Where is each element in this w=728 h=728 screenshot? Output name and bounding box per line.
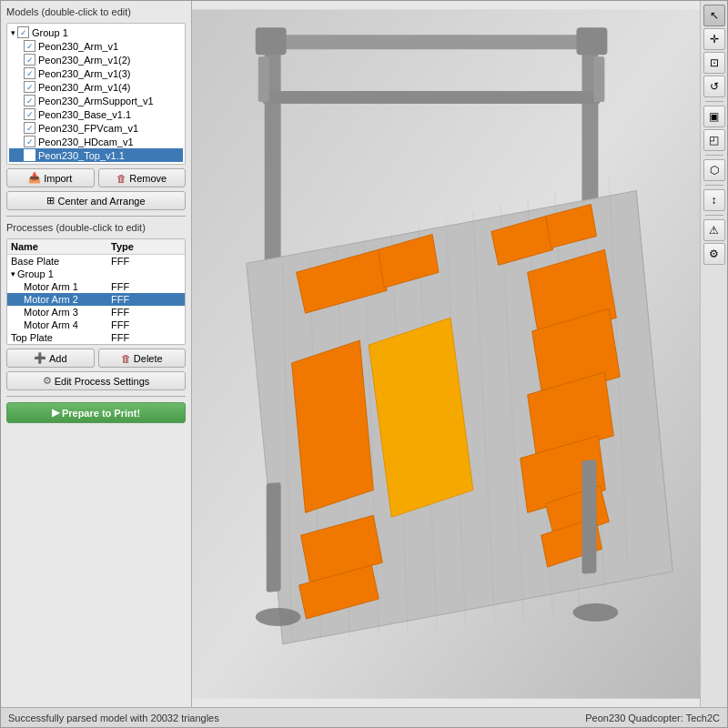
toolbar-tool-cube_3d[interactable]: ⬡ xyxy=(703,159,725,181)
svg-rect-61 xyxy=(593,56,604,102)
add-icon: ➕ xyxy=(34,352,46,364)
toolbar-tool-rotate_view[interactable]: ↺ xyxy=(703,76,725,97)
process-row-motorarm2[interactable]: Motor Arm 2FFF xyxy=(7,293,185,306)
tree-item-label: Group 1 xyxy=(32,27,68,38)
checkbox-icon[interactable]: ✓ xyxy=(24,54,35,66)
svg-rect-56 xyxy=(267,482,281,592)
tree-item-label: Peon230_HDcam_v1 xyxy=(38,136,134,147)
toolbar-tool-settings2[interactable]: ⚙ xyxy=(703,243,725,265)
checkbox-icon[interactable]: ✓ xyxy=(24,136,35,147)
process-row-motorarm3[interactable]: Motor Arm 3FFF xyxy=(7,306,185,318)
import-icon: 📥 xyxy=(28,172,41,184)
process-row-motorarm1[interactable]: Motor Arm 1FFF xyxy=(7,280,185,293)
divider-2 xyxy=(6,396,186,397)
models-tree-item-top[interactable]: ✓Peon230_Top_v1.1 xyxy=(9,148,183,162)
svg-rect-3 xyxy=(260,35,603,49)
models-tree-item-armsupport[interactable]: ✓Peon230_ArmSupport_v1 xyxy=(9,94,183,107)
process-name: Top Plate xyxy=(11,332,53,343)
checkbox-icon[interactable]: ✓ xyxy=(24,95,35,106)
tree-item-label: Peon230_FPVcam_v1 xyxy=(38,123,138,134)
status-right: Peon230 Quadcopter: Tech2C xyxy=(585,713,720,723)
group-checkbox-icon[interactable]: ✓ xyxy=(17,26,29,38)
tree-item-label: Peon230_Arm_v1(2) xyxy=(38,55,131,66)
viewport[interactable] xyxy=(192,1,700,707)
edit-process-settings-button[interactable]: ⚙ Edit Process Settings xyxy=(6,371,186,390)
process-name: Motor Arm 1 xyxy=(24,281,78,292)
models-tree-item-hdcam[interactable]: ✓Peon230_HDcam_v1 xyxy=(9,135,183,148)
3d-scene xyxy=(192,1,700,707)
models-tree: ▾✓Group 1✓Peon230_Arm_v1✓Peon230_Arm_v1(… xyxy=(6,23,186,165)
processes-rows: Base PlateFFF▾Group 1Motor Arm 1FFFMotor… xyxy=(7,255,185,344)
tree-item-label: Peon230_Arm_v1(4) xyxy=(38,82,131,93)
tree-item-label: Peon230_Arm_v1(3) xyxy=(38,68,131,79)
models-tree-item-fpv[interactable]: ✓Peon230_FPVcam_v1 xyxy=(9,121,183,135)
process-type: FFF xyxy=(111,294,181,305)
svg-point-58 xyxy=(256,608,301,626)
process-name: Motor Arm 4 xyxy=(24,319,78,330)
svg-marker-43 xyxy=(292,340,374,512)
toolbar-separator xyxy=(705,101,723,102)
models-tree-item-base[interactable]: ✓Peon230_Base_v1.1 xyxy=(9,107,183,121)
settings-icon: ⚙ xyxy=(43,375,52,387)
prepare-to-print-button[interactable]: ▶ Prepare to Print! xyxy=(6,402,186,423)
toolbar-tool-warning[interactable]: ⚠ xyxy=(703,219,725,241)
group-arrow-icon: ▾ xyxy=(11,269,15,278)
divider-1 xyxy=(6,216,186,217)
tree-item-label: Peon230_Arm_v1 xyxy=(38,41,118,52)
models-tree-item-arm4[interactable]: ✓Peon230_Arm_v1(4) xyxy=(9,80,183,94)
process-name: Motor Arm 2 xyxy=(24,294,78,305)
delete-process-button[interactable]: 🗑 Delete xyxy=(98,349,187,368)
arrow-icon: ▾ xyxy=(11,28,15,37)
tree-item-label: Peon230_Top_v1.1 xyxy=(38,150,125,161)
process-type: FFF xyxy=(111,332,181,343)
right-toolbar: ↖✛⊡↺▣◰⬡↕⚠⚙ xyxy=(700,1,727,707)
import-button[interactable]: 📥 Import xyxy=(6,168,95,187)
process-type: FFF xyxy=(111,319,181,330)
checkbox-icon[interactable]: ✓ xyxy=(24,81,35,93)
svg-point-59 xyxy=(573,603,619,622)
svg-rect-4 xyxy=(256,27,287,55)
process-row-baseplate[interactable]: Base PlateFFF xyxy=(7,255,185,268)
tree-item-label: Peon230_ArmSupport_v1 xyxy=(38,96,154,106)
toolbar-tool-move[interactable]: ✛ xyxy=(703,28,725,50)
checkbox-icon[interactable]: ✓ xyxy=(24,67,35,79)
app-container: Models (double-click to edit) ▾✓Group 1✓… xyxy=(0,0,728,728)
process-row-topplate[interactable]: Top PlateFFF xyxy=(7,331,185,344)
process-name: Group 1 xyxy=(17,268,54,279)
toolbar-tool-cube_full[interactable]: ▣ xyxy=(703,106,725,127)
main-area: Models (double-click to edit) ▾✓Group 1✓… xyxy=(1,1,727,707)
processes-table: Name Type Base PlateFFF▾Group 1Motor Arm… xyxy=(6,238,186,345)
svg-rect-57 xyxy=(581,460,596,573)
checkbox-icon[interactable]: ✓ xyxy=(24,40,35,52)
col-type-header: Type xyxy=(111,241,181,252)
toolbar-separator xyxy=(705,155,723,156)
processes-btn-row: ➕ Add 🗑 Delete xyxy=(6,349,186,368)
process-name: Base Plate xyxy=(11,256,59,267)
checkbox-icon[interactable]: ✓ xyxy=(24,122,35,134)
add-process-button[interactable]: ➕ Add xyxy=(6,349,95,368)
left-panel: Models (double-click to edit) ▾✓Group 1✓… xyxy=(1,1,192,707)
remove-icon: 🗑 xyxy=(116,173,126,184)
remove-button[interactable]: 🗑 Remove xyxy=(98,168,187,187)
toolbar-tool-axis[interactable]: ↕ xyxy=(703,189,725,211)
process-name: Motor Arm 3 xyxy=(24,307,78,318)
checkbox-icon[interactable]: ✓ xyxy=(24,108,35,120)
process-type: FFF xyxy=(111,307,181,318)
prepare-icon: ▶ xyxy=(52,407,59,419)
models-tree-item-arm2[interactable]: ✓Peon230_Arm_v1(2) xyxy=(9,53,183,66)
process-row-grp1[interactable]: ▾Group 1 xyxy=(7,268,185,280)
svg-rect-6 xyxy=(263,91,601,104)
toolbar-tool-cube_corner[interactable]: ◰ xyxy=(703,129,725,151)
svg-rect-5 xyxy=(576,27,607,55)
toolbar-separator xyxy=(705,185,723,186)
process-type: FFF xyxy=(111,256,181,267)
status-bar: Successfully parsed model with 20032 tri… xyxy=(1,707,727,727)
models-tree-item-arm3[interactable]: ✓Peon230_Arm_v1(3) xyxy=(9,66,183,80)
models-tree-item-arm1[interactable]: ✓Peon230_Arm_v1 xyxy=(9,39,183,53)
toolbar-tool-view[interactable]: ⊡ xyxy=(703,52,725,74)
process-row-motorarm4[interactable]: Motor Arm 4FFF xyxy=(7,318,185,331)
models-tree-item-group1[interactable]: ▾✓Group 1 xyxy=(9,25,183,39)
center-arrange-button[interactable]: ⊞ Center and Arrange xyxy=(6,191,186,210)
checkbox-icon[interactable]: ✓ xyxy=(24,149,35,161)
toolbar-tool-select[interactable]: ↖ xyxy=(703,5,725,26)
